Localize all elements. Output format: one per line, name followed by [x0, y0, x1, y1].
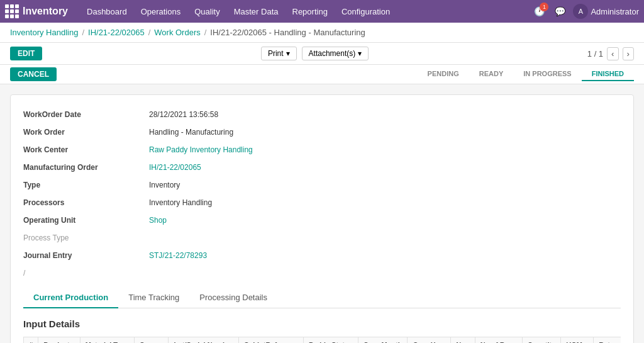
operating-unit-label: Operating Unit: [23, 213, 149, 227]
tabs: Current Production Time Tracking Process…: [23, 288, 621, 308]
menu-quality[interactable]: Quality: [188, 0, 226, 23]
input-details-title: Input Details: [23, 318, 621, 329]
action-bar: EDIT Print ▾ Attachment(s) ▾ 1 / 1 ‹ ›: [0, 43, 644, 65]
input-details-section: Input Details # Product Material Type So…: [23, 318, 621, 343]
col-sublot-ref: SublotRef.: [239, 337, 304, 344]
type-value: Inventory: [149, 178, 621, 192]
menu-reporting[interactable]: Reporting: [286, 0, 334, 23]
chat-button[interactable]: 💬: [552, 4, 568, 19]
action-bar-left: EDIT: [10, 47, 42, 60]
col-nos: Nos: [451, 337, 475, 344]
pagination-text: 1 / 1: [587, 49, 603, 59]
col-paddy-status: Paddy Status: [304, 337, 358, 344]
col-crop-year: Crop Year: [408, 337, 451, 344]
tab-current-production[interactable]: Current Production: [23, 288, 118, 308]
col-material-type: Material Type: [80, 337, 135, 344]
type-label: Type: [23, 178, 149, 192]
attachments-button[interactable]: Attachment(s) ▾: [302, 47, 369, 60]
tab-processing-details[interactable]: Processing Details: [189, 288, 277, 308]
print-button[interactable]: Print ▾: [261, 47, 297, 60]
cancel-button[interactable]: CANCEL: [10, 67, 57, 81]
col-quantity: Quantity: [522, 337, 561, 344]
manufacturing-order-label: Manufacturing Order: [23, 160, 149, 174]
action-bar-center: Print ▾ Attachment(s) ▾: [261, 47, 369, 60]
journal-entry-label: Journal Entry: [23, 249, 149, 262]
process-type-value: [149, 231, 621, 245]
app-title: Inventory: [23, 6, 68, 17]
notification-button[interactable]: 🕐 1: [531, 4, 547, 19]
breadcrumb-sep-2: /: [204, 28, 207, 37]
status-steps: PENDING READY IN PROGRESS FINISHED: [418, 67, 634, 81]
form-slash: /: [23, 266, 621, 280]
breadcrumb-item-1[interactable]: IH/21-22/02065: [88, 28, 145, 37]
col-rate: Rate: [594, 337, 621, 344]
input-table: # Product Material Type Source Lot/Seria…: [23, 337, 621, 343]
form-section: WorkOrder Date 28/12/2021 13:56:58 Work …: [23, 108, 621, 280]
operating-unit-value[interactable]: Shop: [149, 213, 621, 227]
work-center-value[interactable]: Raw Paddy Inventory Handling: [149, 143, 621, 157]
breadcrumb-current: IH/21-22/02065 - Handling - Manufacturin…: [210, 28, 365, 37]
next-button[interactable]: ›: [623, 47, 634, 60]
menu-operations[interactable]: Operations: [135, 0, 187, 23]
breadcrumb: Inventory Handling / IH/21-22/02065 / Wo…: [0, 23, 644, 43]
edit-button[interactable]: EDIT: [10, 47, 42, 60]
journal-entry-value[interactable]: STJ/21-22/78293: [149, 249, 621, 262]
user-menu[interactable]: A Administrator: [573, 4, 639, 19]
workorder-date-label: WorkOrder Date: [23, 108, 149, 121]
notification-badge: 1: [540, 3, 548, 11]
breadcrumb-sep-1: /: [148, 28, 151, 37]
prev-button[interactable]: ‹: [607, 47, 618, 60]
table-header: # Product Material Type Source Lot/Seria…: [24, 337, 621, 344]
attachments-chevron-icon: ▾: [358, 49, 362, 58]
col-uom: UOM: [561, 337, 594, 344]
print-chevron-icon: ▾: [286, 49, 290, 58]
status-pending: PENDING: [418, 67, 469, 81]
process-type-label: Process Type: [23, 231, 149, 245]
work-order-value: Handling - Manufacturing: [149, 125, 621, 139]
processors-value: Inventory Handling: [149, 196, 621, 210]
breadcrumb-item-0[interactable]: Inventory Handling: [10, 28, 78, 37]
table-header-row: # Product Material Type Source Lot/Seria…: [24, 337, 621, 344]
breadcrumb-item-2[interactable]: Work Orders: [154, 28, 200, 37]
navbar-right: 🕐 1 💬 A Administrator: [531, 4, 639, 19]
workorder-date-value: 28/12/2021 13:56:58: [149, 108, 621, 121]
table-container: # Product Material Type Source Lot/Seria…: [23, 337, 621, 343]
col-lot-serial: Lot/Serial Number: [169, 337, 239, 344]
col-product: Product: [38, 337, 80, 344]
form-card: WorkOrder Date 28/12/2021 13:56:58 Work …: [10, 94, 634, 343]
col-no-of-bags: No.of Bags: [475, 337, 522, 344]
cancel-status-bar: CANCEL PENDING READY IN PROGRESS FINISHE…: [0, 65, 644, 84]
username: Administrator: [591, 7, 639, 16]
status-in-progress: IN PROGRESS: [513, 67, 581, 81]
grid-icon: [5, 4, 19, 18]
attachments-label: Attachment(s): [309, 49, 356, 58]
work-order-label: Work Order: [23, 125, 149, 139]
status-finished: FINISHED: [582, 67, 634, 81]
menu-master-data[interactable]: Master Data: [228, 0, 285, 23]
menu-configuration[interactable]: Configuration: [335, 0, 396, 23]
col-crop-month: Crop Month: [358, 337, 408, 344]
work-center-label: Work Center: [23, 143, 149, 157]
main-content: WorkOrder Date 28/12/2021 13:56:58 Work …: [0, 84, 644, 343]
col-num: #: [24, 337, 38, 344]
processors-label: Processors: [23, 196, 149, 210]
print-label: Print: [268, 49, 284, 58]
navbar: Inventory Dashboard Operations Quality M…: [0, 0, 644, 23]
col-source: Source: [135, 337, 169, 344]
brand: Inventory: [5, 4, 68, 18]
menu-dashboard[interactable]: Dashboard: [80, 0, 133, 23]
tab-time-tracking[interactable]: Time Tracking: [118, 288, 189, 308]
status-ready: READY: [469, 67, 514, 81]
breadcrumb-sep-0: /: [82, 28, 84, 37]
avatar: A: [573, 4, 588, 19]
action-bar-right: 1 / 1 ‹ ›: [587, 47, 634, 60]
navbar-menu: Dashboard Operations Quality Master Data…: [80, 0, 531, 23]
manufacturing-order-value[interactable]: IH/21-22/02065: [149, 160, 621, 174]
